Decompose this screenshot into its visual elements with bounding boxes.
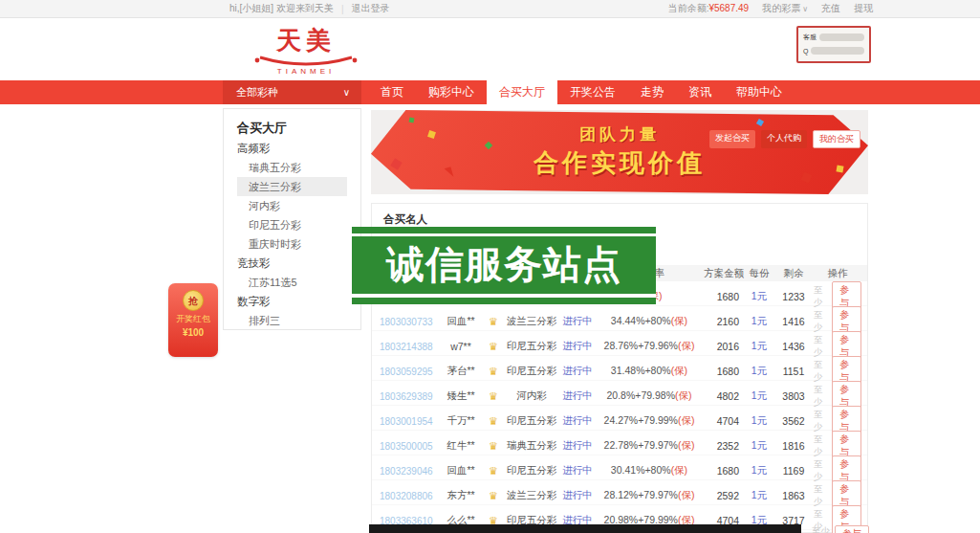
lottery-type: 波兰三分彩 [504, 315, 559, 328]
sidebar-item[interactable]: 江苏11选5 [237, 273, 347, 292]
overlay-text: 诚信服务站点 [352, 236, 656, 292]
nav-item-3[interactable]: 开奖公告 [557, 80, 628, 104]
banner-button-1[interactable]: 个人代购 [761, 130, 807, 148]
status-label: 进行中 [559, 365, 596, 378]
nav-menu: 首页购彩中心合买大厅开奖公告走势资讯帮助中心 [368, 80, 795, 104]
sidebar-group-label[interactable]: 高频彩 [237, 139, 347, 158]
crown-icon: ♛ [483, 465, 504, 477]
scheme-id-link[interactable]: 1803059295 [380, 366, 439, 377]
rate-value: 24.27%+79.99%(保) [596, 414, 703, 428]
sidebar-item[interactable]: 印尼五分彩 [237, 215, 347, 234]
remaining-shares: 1151 [773, 366, 814, 377]
topbar: hi,[小姐姐] 欢迎来到天美 | 退出登录 当前余额:¥5687.49 我的彩… [0, 0, 980, 18]
logout-link[interactable]: 退出登录 [352, 2, 390, 15]
nav-item-1[interactable]: 购彩中心 [416, 80, 487, 104]
status-label: 进行中 [559, 340, 596, 353]
scheme-id-link[interactable]: 1803239046 [380, 466, 439, 477]
remaining-shares: 3562 [773, 415, 814, 427]
crown-icon: ♛ [483, 415, 504, 428]
per-share-price: 1元 [745, 414, 773, 428]
logo[interactable]: 天美 TIANMEI [239, 24, 373, 76]
partial-row-actions: 至少 参与 [812, 525, 869, 533]
red-packet-title: 开奖红包 [168, 313, 218, 325]
my-lottery-link[interactable]: 我的彩票∨ [762, 2, 808, 15]
nav-item-5[interactable]: 资讯 [676, 80, 724, 104]
initiator-name: 千万** [439, 414, 483, 428]
withdraw-link[interactable]: 提现 [854, 2, 873, 15]
sidebar-item[interactable]: 排列三 [237, 311, 347, 330]
lottery-type: 河内彩 [504, 389, 559, 403]
scheme-id-link[interactable]: 1803208806 [380, 491, 439, 501]
sidebar-item[interactable]: 波兰三分彩 [237, 177, 347, 196]
initiator-name: 回血** [439, 315, 483, 328]
scheme-amount: 1680 [703, 465, 745, 477]
scheme-amount: 2352 [703, 440, 745, 452]
divider: | [341, 4, 344, 14]
scheme-amount: 1680 [703, 366, 745, 377]
status-label: 进行中 [559, 464, 596, 477]
rate-value: 28.76%+79.96%(保) [596, 340, 703, 353]
redacted-bar [819, 33, 864, 41]
crown-icon: ♛ [483, 440, 504, 453]
logo-text: 天美 [239, 24, 373, 57]
banner-button-2[interactable]: 我的合买 [813, 130, 860, 148]
table-row: 1803001954 千万** ♛ 印尼五分彩 进行中 24.27%+79.99… [372, 406, 867, 431]
scheme-id-link[interactable]: 1803500005 [380, 441, 439, 452]
overlay-top-bar [352, 227, 656, 233]
greeting-text: hi,[小姐姐] 欢迎来到天美 [229, 2, 334, 15]
nav-item-4[interactable]: 走势 [628, 80, 676, 104]
initiator-name: 回血** [439, 464, 483, 477]
join-button[interactable]: 参与 [835, 525, 869, 533]
initiator-name: 红牛** [439, 439, 483, 453]
scheme-id-link[interactable]: 1803001954 [380, 416, 439, 427]
status-label: 进行中 [559, 489, 596, 502]
sidebar-item[interactable]: 瑞典五分彩 [237, 158, 347, 177]
table-row: 1803030733 回血** ♛ 波兰三分彩 进行中 34.44%+80%(保… [372, 306, 867, 331]
status-label: 进行中 [559, 315, 596, 328]
scheme-id-link[interactable]: 1803030733 [380, 317, 439, 327]
customer-service-box[interactable]: 客服 Q [796, 26, 871, 63]
table-row: 1803629389 矮生** ♛ 河内彩 进行中 20.8%+79.98%(保… [372, 381, 867, 406]
col-header-amount: 方案金额 [703, 267, 745, 280]
min-label[interactable]: 至少 [812, 525, 830, 533]
table-body: ♛ %(保) 1680 1元 1233 至少 参与 1803030733 回血*… [372, 281, 867, 530]
recharge-link[interactable]: 充值 [821, 2, 840, 15]
rate-value: 34.44%+80%(保) [596, 315, 703, 328]
sidebar-item[interactable]: 河内彩 [237, 196, 347, 215]
table-row: 1803500005 红牛** ♛ 瑞典五分彩 进行中 22.78%+79.97… [372, 431, 867, 455]
sidebar-item[interactable]: 重庆时时彩 [237, 234, 347, 254]
logo-subtext: TIANMEI [239, 67, 373, 76]
rate-value: 28.12%+79.97%(保) [596, 489, 703, 502]
initiator-name: 茅台** [439, 365, 483, 378]
my-lottery-label: 我的彩票 [762, 3, 800, 13]
confetti [409, 118, 415, 123]
table-row: 1803214388 w7** ♛ 印尼五分彩 进行中 28.76%+79.96… [372, 331, 867, 356]
scheme-amount: 2160 [703, 316, 745, 327]
sidebar-title: 合买大厅 [237, 120, 347, 139]
redacted-bar [811, 47, 864, 55]
all-lottery-dropdown[interactable]: 全部彩种 ∨ [223, 80, 361, 104]
scheme-id-link[interactable]: 1803214388 [380, 342, 439, 352]
nav-item-6[interactable]: 帮助中心 [724, 80, 795, 104]
nav-item-2[interactable]: 合买大厅 [487, 80, 557, 104]
lottery-type: 印尼五分彩 [504, 365, 559, 378]
promo-banner: 团队力量 合作实现价值 发起合买个人代购我的合买 [371, 110, 868, 194]
initiator-name: 矮生** [439, 389, 483, 403]
section-title: 合买名人 [372, 204, 867, 227]
crown-icon: ♛ [483, 390, 504, 403]
scheme-id-link[interactable]: 1803629389 [380, 391, 439, 402]
sidebar-group-label[interactable]: 数字彩 [237, 292, 347, 311]
per-share-price: 1元 [745, 340, 773, 353]
sidebar-group-label[interactable]: 竞技彩 [237, 254, 347, 273]
nav-item-0[interactable]: 首页 [368, 80, 416, 104]
rate-value: 30.41%+80%(保) [596, 464, 703, 477]
banner-button-0[interactable]: 发起合买 [709, 130, 755, 148]
remaining-shares: 1169 [773, 465, 814, 477]
initiator-name: 东方** [439, 489, 483, 502]
crown-icon: ♛ [483, 316, 504, 328]
table-row: 1803208806 东方** ♛ 波兰三分彩 进行中 28.12%+79.97… [372, 480, 867, 505]
red-packet-widget[interactable]: 抢 开奖红包 ¥100 [168, 283, 218, 357]
status-label: 进行中 [559, 389, 596, 403]
scheme-amount: 2592 [703, 490, 745, 501]
header: 天美 TIANMEI 客服 Q [0, 18, 980, 80]
